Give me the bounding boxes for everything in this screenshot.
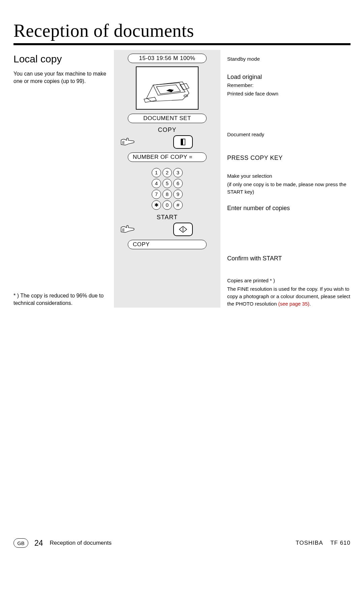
lcd-copy-final: COPY <box>128 240 207 249</box>
intro-text: You can use your fax machine to make one… <box>13 70 115 85</box>
lcd-number-of-copy: NUMBER OF COPY = <box>128 152 207 162</box>
keypad-star: ✱ <box>152 200 161 210</box>
copy-label: COPY <box>114 126 220 134</box>
keypad-9: 9 <box>173 190 183 199</box>
document-icon <box>179 138 187 146</box>
standby-note: Standby mode <box>227 55 353 63</box>
footer-brand: TOSHIBA TF 610 <box>296 540 351 546</box>
make-selection-sub: (if only one copy is to be made, please … <box>227 181 353 196</box>
load-original-heading: Load original <box>227 74 353 81</box>
fax-illustration <box>136 66 199 110</box>
press-copy-heading: PRESS COPY KEY <box>227 154 353 162</box>
start-diamond-icon <box>179 225 187 234</box>
keypad-8: 8 <box>162 190 172 199</box>
subtitle: Local copy <box>13 53 62 65</box>
gb-badge: GB <box>13 538 28 548</box>
enter-number-heading: Enter number of copies <box>227 205 353 212</box>
start-key-button <box>173 223 193 236</box>
instruction-panel: 15-03 19:56 M 100% DOCUMENT SET COPY <box>114 50 220 308</box>
make-selection-note: Make your selection <box>227 172 353 180</box>
title-rule <box>13 43 351 45</box>
pointing-hand-icon <box>120 222 136 236</box>
keypad-3: 3 <box>173 168 183 177</box>
copy-key-row <box>114 135 220 149</box>
brand-name: TOSHIBA <box>296 540 323 546</box>
see-page-link[interactable]: (see page 35) <box>278 301 309 307</box>
copies-body-note: The FINE resolution is used for the copy… <box>227 285 353 307</box>
footnote-text: * ) The copy is reduced to 96% due to te… <box>13 292 115 307</box>
lcd-document-set: DOCUMENT SET <box>128 114 207 123</box>
copies-printed-note: Copies are printed * ) <box>227 277 353 284</box>
keypad-5: 5 <box>162 179 172 188</box>
remember-note: Remember: <box>227 82 353 89</box>
page-number: 24 <box>34 539 43 548</box>
keypad-1: 1 <box>152 168 161 177</box>
page-footer: GB 24 Reception of documents TOSHIBA TF … <box>13 538 351 548</box>
number-keypad: 1 2 3 4 5 6 7 8 9 ✱ 0 # <box>114 168 220 210</box>
page-title: Reception of documents <box>13 20 194 41</box>
keypad-4: 4 <box>152 179 161 188</box>
explanation-column: Standby mode Load original Remember: Pri… <box>227 53 353 307</box>
copies-tail: . <box>309 301 311 307</box>
model-name: TF 610 <box>330 540 351 546</box>
keypad-hash: # <box>173 200 183 210</box>
lcd-standby: 15-03 19:56 M 100% <box>128 54 207 63</box>
fax-machine-icon <box>136 67 198 109</box>
printed-side-note: Printed side face down <box>227 90 353 97</box>
keypad-6: 6 <box>173 179 183 188</box>
confirm-start-heading: Confirm with START <box>227 255 353 262</box>
keypad-7: 7 <box>152 190 161 199</box>
keypad-0: 0 <box>162 200 172 210</box>
start-key-row <box>114 222 220 236</box>
start-label: START <box>114 214 220 221</box>
document-ready-note: Document ready <box>227 131 353 138</box>
keypad-2: 2 <box>162 168 172 177</box>
footer-section: Reception of documents <box>50 540 112 546</box>
copy-key-button <box>173 135 193 149</box>
pointing-hand-icon <box>120 135 136 149</box>
